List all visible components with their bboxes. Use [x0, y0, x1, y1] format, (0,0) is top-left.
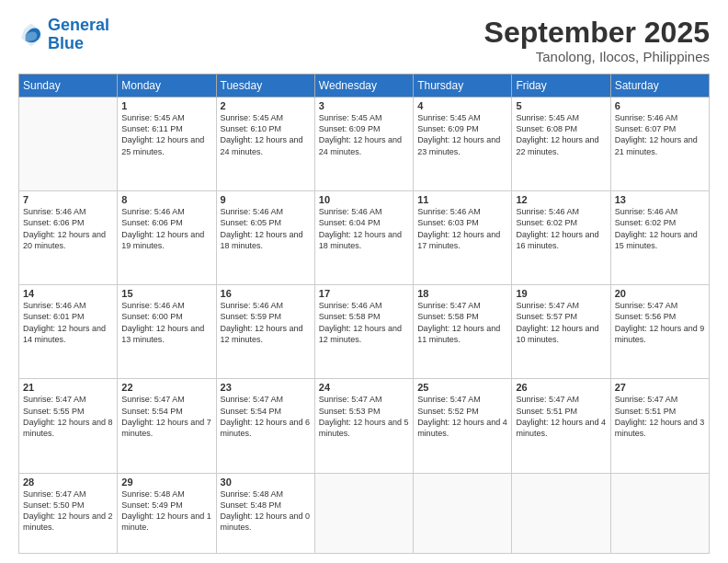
- day-info: Sunrise: 5:47 AMSunset: 5:54 PMDaylight:…: [121, 394, 211, 439]
- day-number: 23: [221, 382, 311, 393]
- day-number: 24: [319, 382, 409, 393]
- logo-text: General Blue: [48, 17, 109, 53]
- day-number: 1: [121, 100, 211, 111]
- cell-w2-d3: 10 Sunrise: 5:46 AMSunset: 6:04 PMDaylig…: [314, 191, 413, 285]
- cell-w5-d6: [610, 473, 709, 554]
- day-number: 26: [516, 382, 606, 393]
- day-number: 6: [615, 100, 705, 111]
- day-info: Sunrise: 5:46 AMSunset: 6:07 PMDaylight:…: [615, 112, 705, 157]
- cell-w2-d0: 7 Sunrise: 5:46 AMSunset: 6:06 PMDayligh…: [19, 191, 118, 285]
- header-monday: Monday: [118, 75, 216, 98]
- day-number: 22: [121, 382, 211, 393]
- day-number: 8: [121, 194, 211, 205]
- day-number: 17: [319, 288, 409, 299]
- day-info: Sunrise: 5:45 AMSunset: 6:09 PMDaylight:…: [319, 112, 409, 157]
- day-info: Sunrise: 5:48 AMSunset: 5:48 PMDaylight:…: [221, 488, 311, 534]
- day-info: Sunrise: 5:46 AMSunset: 6:06 PMDaylight:…: [23, 206, 113, 251]
- day-number: 7: [23, 194, 113, 205]
- day-number: 10: [319, 194, 409, 205]
- day-info: Sunrise: 5:46 AMSunset: 6:00 PMDaylight:…: [121, 300, 211, 345]
- week-row-3: 14 Sunrise: 5:46 AMSunset: 6:01 PMDaylig…: [19, 285, 710, 379]
- day-number: 3: [319, 100, 409, 111]
- day-info: Sunrise: 5:45 AMSunset: 6:09 PMDaylight:…: [417, 112, 507, 157]
- cell-w1-d0: [19, 98, 118, 191]
- header-sunday: Sunday: [19, 75, 118, 98]
- day-number: 11: [417, 194, 507, 205]
- day-info: Sunrise: 5:45 AMSunset: 6:10 PMDaylight:…: [221, 112, 311, 157]
- cell-w4-d3: 24 Sunrise: 5:47 AMSunset: 5:53 PMDaylig…: [314, 379, 413, 473]
- week-row-5: 28 Sunrise: 5:47 AMSunset: 5:50 PMDaylig…: [19, 473, 710, 554]
- day-number: 18: [417, 288, 507, 299]
- header-saturday: Saturday: [610, 75, 709, 98]
- day-number: 9: [221, 194, 311, 205]
- day-number: 5: [516, 100, 606, 111]
- day-number: 27: [615, 382, 705, 393]
- day-info: Sunrise: 5:47 AMSunset: 5:50 PMDaylight:…: [23, 488, 113, 534]
- cell-w2-d1: 8 Sunrise: 5:46 AMSunset: 6:06 PMDayligh…: [118, 191, 216, 285]
- day-number: 16: [221, 288, 311, 299]
- header-friday: Friday: [512, 75, 610, 98]
- day-number: 25: [417, 382, 507, 393]
- day-info: Sunrise: 5:47 AMSunset: 5:55 PMDaylight:…: [23, 394, 113, 439]
- day-number: 19: [516, 288, 606, 299]
- day-info: Sunrise: 5:45 AMSunset: 6:11 PMDaylight:…: [121, 112, 211, 157]
- cell-w3-d0: 14 Sunrise: 5:46 AMSunset: 6:01 PMDaylig…: [19, 285, 118, 379]
- cell-w4-d4: 25 Sunrise: 5:47 AMSunset: 5:52 PMDaylig…: [414, 379, 512, 473]
- month-title: September 2025: [484, 17, 710, 49]
- cell-w1-d5: 5 Sunrise: 5:45 AMSunset: 6:08 PMDayligh…: [512, 98, 610, 191]
- cell-w2-d5: 12 Sunrise: 5:46 AMSunset: 6:02 PMDaylig…: [512, 191, 610, 285]
- day-info: Sunrise: 5:47 AMSunset: 5:51 PMDaylight:…: [516, 394, 606, 439]
- cell-w5-d3: [314, 473, 413, 554]
- week-row-2: 7 Sunrise: 5:46 AMSunset: 6:06 PMDayligh…: [19, 191, 710, 285]
- title-block: September 2025 Tanolong, Ilocos, Philipp…: [484, 17, 710, 64]
- calendar-table: Sunday Monday Tuesday Wednesday Thursday…: [18, 74, 710, 554]
- day-number: 2: [221, 100, 311, 111]
- header-tuesday: Tuesday: [216, 75, 314, 98]
- cell-w2-d4: 11 Sunrise: 5:46 AMSunset: 6:03 PMDaylig…: [414, 191, 512, 285]
- cell-w5-d5: [512, 473, 610, 554]
- logo-blue: Blue: [48, 34, 84, 52]
- day-info: Sunrise: 5:46 AMSunset: 6:02 PMDaylight:…: [516, 206, 606, 251]
- day-info: Sunrise: 5:46 AMSunset: 5:59 PMDaylight:…: [221, 300, 311, 345]
- cell-w1-d6: 6 Sunrise: 5:46 AMSunset: 6:07 PMDayligh…: [610, 98, 709, 191]
- day-number: 4: [417, 100, 507, 111]
- day-info: Sunrise: 5:45 AMSunset: 6:08 PMDaylight:…: [516, 112, 606, 157]
- cell-w1-d4: 4 Sunrise: 5:45 AMSunset: 6:09 PMDayligh…: [414, 98, 512, 191]
- day-number: 13: [615, 194, 705, 205]
- cell-w3-d1: 15 Sunrise: 5:46 AMSunset: 6:00 PMDaylig…: [118, 285, 216, 379]
- day-number: 29: [121, 477, 211, 488]
- cell-w4-d6: 27 Sunrise: 5:47 AMSunset: 5:51 PMDaylig…: [610, 379, 709, 473]
- day-number: 28: [23, 477, 113, 488]
- day-number: 14: [23, 288, 113, 299]
- cell-w5-d0: 28 Sunrise: 5:47 AMSunset: 5:50 PMDaylig…: [19, 473, 118, 554]
- day-info: Sunrise: 5:47 AMSunset: 5:53 PMDaylight:…: [319, 394, 409, 439]
- cell-w4-d2: 23 Sunrise: 5:47 AMSunset: 5:54 PMDaylig…: [216, 379, 314, 473]
- day-number: 30: [221, 477, 311, 488]
- cell-w1-d1: 1 Sunrise: 5:45 AMSunset: 6:11 PMDayligh…: [118, 98, 216, 191]
- header-thursday: Thursday: [414, 75, 512, 98]
- logo-general: General: [48, 16, 109, 34]
- day-info: Sunrise: 5:46 AMSunset: 6:05 PMDaylight:…: [221, 206, 311, 251]
- day-info: Sunrise: 5:47 AMSunset: 5:52 PMDaylight:…: [417, 394, 507, 439]
- day-info: Sunrise: 5:46 AMSunset: 6:06 PMDaylight:…: [121, 206, 211, 251]
- cell-w3-d4: 18 Sunrise: 5:47 AMSunset: 5:58 PMDaylig…: [414, 285, 512, 379]
- location-title: Tanolong, Ilocos, Philippines: [484, 49, 710, 64]
- weekday-header-row: Sunday Monday Tuesday Wednesday Thursday…: [19, 75, 710, 98]
- cell-w1-d2: 2 Sunrise: 5:45 AMSunset: 6:10 PMDayligh…: [216, 98, 314, 191]
- day-info: Sunrise: 5:46 AMSunset: 6:02 PMDaylight:…: [615, 206, 705, 251]
- day-info: Sunrise: 5:46 AMSunset: 6:04 PMDaylight:…: [319, 206, 409, 251]
- cell-w1-d3: 3 Sunrise: 5:45 AMSunset: 6:09 PMDayligh…: [314, 98, 413, 191]
- day-info: Sunrise: 5:47 AMSunset: 5:54 PMDaylight:…: [221, 394, 311, 439]
- cell-w5-d2: 30 Sunrise: 5:48 AMSunset: 5:48 PMDaylig…: [216, 473, 314, 554]
- page: General Blue September 2025 Tanolong, Il…: [0, 0, 728, 563]
- cell-w3-d5: 19 Sunrise: 5:47 AMSunset: 5:57 PMDaylig…: [512, 285, 610, 379]
- day-info: Sunrise: 5:46 AMSunset: 5:58 PMDaylight:…: [319, 300, 409, 345]
- day-number: 12: [516, 194, 606, 205]
- cell-w5-d1: 29 Sunrise: 5:48 AMSunset: 5:49 PMDaylig…: [118, 473, 216, 554]
- logo-icon: [18, 22, 44, 48]
- cell-w5-d4: [414, 473, 512, 554]
- cell-w3-d2: 16 Sunrise: 5:46 AMSunset: 5:59 PMDaylig…: [216, 285, 314, 379]
- day-info: Sunrise: 5:46 AMSunset: 6:03 PMDaylight:…: [417, 206, 507, 251]
- cell-w2-d2: 9 Sunrise: 5:46 AMSunset: 6:05 PMDayligh…: [216, 191, 314, 285]
- header-wednesday: Wednesday: [314, 75, 413, 98]
